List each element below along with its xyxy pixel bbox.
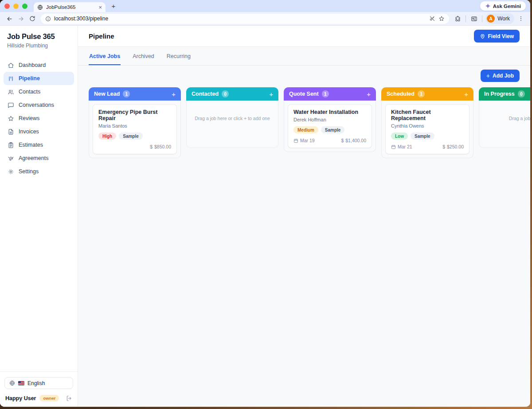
ask-gemini-label: Ask Gemini xyxy=(493,4,521,9)
browser-toolbar: localhost:3003/pipeline A Work xyxy=(0,12,530,26)
job-amount-text: $1,400.00 xyxy=(345,138,366,143)
calendar-icon xyxy=(391,144,396,149)
job-footer: Mar 21 $ $250.00 xyxy=(391,144,464,149)
address-bar[interactable]: localhost:3003/pipeline xyxy=(41,14,449,24)
kanban-board: New Lead 1 + Emergency Pipe Burst Repair… xyxy=(78,87,530,407)
sidebar-item-conversations[interactable]: Conversations xyxy=(4,98,74,112)
job-client: Derek Hoffman xyxy=(293,117,366,122)
sidebar-item-invoices[interactable]: Invoices xyxy=(4,125,74,138)
field-view-label: Field View xyxy=(488,33,514,39)
add-job-button[interactable]: + Add Job xyxy=(481,70,520,82)
users-icon xyxy=(8,89,14,95)
sidebar: Job Pulse 365 Hillside Plumbing Dashboar… xyxy=(0,26,78,407)
dollar-icon: $ xyxy=(150,144,153,149)
close-window-button[interactable] xyxy=(4,4,10,9)
browser-profile-chip[interactable]: A Work xyxy=(485,13,514,24)
job-badges: Low Sample xyxy=(391,132,464,140)
user-role-badge: owner xyxy=(39,395,59,401)
job-title: Water Heater Installation xyxy=(293,109,366,115)
sidebar-item-contacts[interactable]: Contacts xyxy=(4,85,74,98)
url-text[interactable]: localhost:3003/pipeline xyxy=(54,16,426,22)
kanban-icon xyxy=(8,75,14,82)
user-name: Happy User xyxy=(5,395,36,401)
column-count-badge: 1 xyxy=(123,90,130,97)
job-card[interactable]: Kitchen Faucet Replacement Cynthia Owens… xyxy=(385,104,469,154)
board-actions: + Add Job xyxy=(78,66,530,87)
reload-button[interactable] xyxy=(27,13,38,24)
pipeline-column: Contacted 0 + Drag a job here or click +… xyxy=(186,87,278,148)
sidebar-item-label: Contacts xyxy=(19,89,40,95)
logout-icon[interactable] xyxy=(66,395,72,401)
add-card-icon[interactable]: + xyxy=(464,91,468,97)
pipeline-column: Scheduled 1 + Kitchen Faucet Replacement… xyxy=(381,87,473,158)
chat-icon xyxy=(8,102,14,109)
tab-close-icon[interactable]: × xyxy=(98,4,102,10)
column-body[interactable]: Water Heater Installation Derek Hoffman … xyxy=(284,101,376,152)
back-button[interactable] xyxy=(4,13,15,24)
column-body[interactable]: Kitchen Faucet Replacement Cynthia Owens… xyxy=(381,101,473,158)
gemini-sparkle-icon xyxy=(485,3,491,9)
tab-recurring[interactable]: Recurring xyxy=(166,47,191,65)
column-count-badge: 1 xyxy=(322,90,329,97)
job-date-text: Mar 19 xyxy=(300,138,315,143)
browser-window: JobPulse365 × + Ask Gemini localhost:300… xyxy=(0,0,530,407)
column-count-badge: 0 xyxy=(518,90,525,97)
add-job-label: Add Job xyxy=(493,73,514,79)
sidebar-item-dashboard[interactable]: Dashboard xyxy=(4,58,74,72)
page-title: Pipeline xyxy=(89,32,114,40)
column-body[interactable]: Drag a job here xyxy=(479,101,530,148)
column-header: New Lead 1 + xyxy=(89,87,181,101)
side-panel-icon[interactable] xyxy=(468,13,480,24)
column-header: In Progress 0 + xyxy=(479,87,530,101)
job-title: Emergency Pipe Burst Repair xyxy=(98,109,171,121)
add-card-icon[interactable]: + xyxy=(172,91,176,97)
job-card[interactable]: Emergency Pipe Burst Repair Maria Santos… xyxy=(93,104,177,154)
field-view-button[interactable]: Field View xyxy=(474,30,520,43)
job-amount-text: $250.00 xyxy=(447,144,464,149)
browser-menu-icon[interactable] xyxy=(515,13,527,24)
column-title: Quote Sent xyxy=(289,91,319,97)
star-icon xyxy=(8,115,14,122)
column-title: In Progress xyxy=(484,91,515,97)
sample-badge: Sample xyxy=(411,132,434,140)
tab-archived[interactable]: Archived xyxy=(132,47,155,65)
tab-title: JobPulse365 xyxy=(46,4,95,10)
tab-active-jobs[interactable]: Active Jobs xyxy=(89,47,121,65)
job-date: Mar 21 xyxy=(391,144,412,149)
ask-gemini-button[interactable]: Ask Gemini xyxy=(480,1,526,11)
job-amount: $ $850.00 xyxy=(150,144,171,149)
sidebar-item-pipeline[interactable]: Pipeline xyxy=(4,72,74,85)
sample-badge: Sample xyxy=(119,132,143,140)
sidebar-item-estimates[interactable]: Estimates xyxy=(4,138,74,152)
column-header: Scheduled 1 + xyxy=(381,87,473,101)
minimize-window-button[interactable] xyxy=(13,4,19,9)
fullscreen-window-button[interactable] xyxy=(22,4,27,9)
add-card-icon[interactable]: + xyxy=(367,91,371,97)
calendar-icon xyxy=(293,138,298,143)
browser-tabstrip: JobPulse365 × + Ask Gemini xyxy=(0,0,530,12)
new-tab-button[interactable]: + xyxy=(108,1,119,12)
sidebar-item-reviews[interactable]: Reviews xyxy=(4,112,74,125)
plus-icon: + xyxy=(486,72,490,79)
language-select[interactable]: English xyxy=(4,377,73,389)
pipeline-column: In Progress 0 + Drag a job here xyxy=(479,87,530,148)
sidebar-item-label: Agreements xyxy=(19,155,48,161)
password-manager-off-icon[interactable] xyxy=(429,16,435,22)
site-info-icon[interactable] xyxy=(45,16,51,22)
browser-tab[interactable]: JobPulse365 × xyxy=(34,2,106,12)
sidebar-item-agreements[interactable]: Agreements xyxy=(4,152,74,165)
language-label: English xyxy=(27,380,45,386)
column-title: Scheduled xyxy=(387,91,415,97)
job-amount: $ $250.00 xyxy=(442,144,464,149)
column-body[interactable]: Emergency Pipe Burst Repair Maria Santos… xyxy=(89,101,181,158)
bookmark-star-icon[interactable] xyxy=(438,16,445,22)
job-card[interactable]: Water Heater Installation Derek Hoffman … xyxy=(288,104,372,148)
column-body[interactable]: Drag a job here or click + to add one xyxy=(186,101,278,148)
add-card-icon[interactable]: + xyxy=(269,91,273,97)
sidebar-item-settings[interactable]: Settings xyxy=(4,165,74,178)
sidebar-item-label: Reviews xyxy=(19,115,39,121)
forward-button[interactable] xyxy=(15,13,27,24)
extensions-icon[interactable] xyxy=(452,13,463,24)
sample-badge: Sample xyxy=(321,126,345,133)
priority-badge: Low xyxy=(391,132,408,140)
